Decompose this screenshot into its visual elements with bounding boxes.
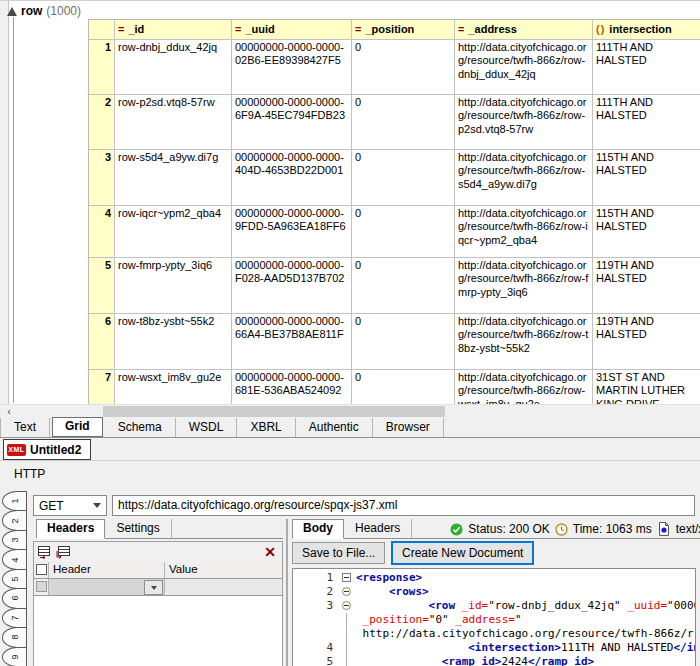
append-row-icon[interactable] bbox=[37, 545, 53, 559]
request-tab-1[interactable]: 1 bbox=[2, 491, 27, 511]
horizontal-scrollbar[interactable]: ‹ bbox=[0, 404, 700, 418]
horizontal-scrollbar-thumb[interactable] bbox=[103, 406, 445, 417]
view-tab-schema[interactable]: Schema bbox=[105, 418, 176, 437]
row-select-cell[interactable] bbox=[34, 579, 49, 596]
tree-hierarchy-line bbox=[13, 17, 14, 403]
header-column-title[interactable]: Header bbox=[49, 562, 165, 579]
request-tab-headers[interactable]: Headers bbox=[36, 519, 105, 539]
cell-intersection[interactable]: 115TH AND HALSTED bbox=[593, 150, 700, 206]
request-tab-9[interactable]: 9 bbox=[2, 647, 27, 666]
cell-uuid[interactable]: 00000000-0000-0000-66A4-BE37B8AE811F bbox=[232, 314, 352, 370]
cell-intersection[interactable]: 119TH AND HALSTED bbox=[593, 258, 700, 314]
cell-id[interactable]: row-p2sd.vtq8-57rw bbox=[115, 95, 232, 150]
cell-id[interactable]: row-dnbj_ddux_42jq bbox=[115, 40, 232, 95]
cell-id[interactable]: row-s5d4_a9yw.di7g bbox=[115, 150, 232, 206]
cell-address[interactable]: http://data.cityofchicago.org/resource/t… bbox=[455, 40, 593, 95]
cell-uuid[interactable]: 00000000-0000-0000-9FDD-5A963EA18FF6 bbox=[232, 206, 352, 258]
cell-address[interactable]: http://data.cityofchicago.org/resource/t… bbox=[455, 314, 593, 370]
view-tab-authentic[interactable]: Authentic bbox=[296, 418, 373, 437]
http-method-select[interactable]: GET bbox=[33, 495, 107, 516]
cell-uuid[interactable]: 00000000-0000-0000-681E-536ABA524092 bbox=[232, 370, 352, 405]
cell-position[interactable]: 0 bbox=[352, 370, 455, 405]
cell-intersection[interactable]: 119TH AND HALSTED bbox=[593, 314, 700, 370]
column-header-id[interactable]: =_id bbox=[115, 19, 232, 40]
cell-position[interactable]: 0 bbox=[352, 314, 455, 370]
document-tab[interactable]: XML Untitled2 bbox=[3, 439, 91, 460]
response-body-source[interactable]: 1<response>2<rows>3<row _id="row-dnbj_dd… bbox=[292, 568, 696, 666]
fold-collapse-icon[interactable] bbox=[342, 573, 351, 582]
row-number[interactable]: 1 bbox=[88, 40, 115, 95]
row-number[interactable]: 7 bbox=[88, 370, 115, 405]
request-headers-table: Header Value bbox=[33, 562, 283, 666]
cell-address[interactable]: http://data.cityofchicago.org/resource/t… bbox=[455, 370, 593, 405]
column-header-position[interactable]: =_position bbox=[352, 19, 455, 40]
create-new-document-button[interactable]: Create New Document bbox=[391, 541, 534, 565]
column-header-address[interactable]: =_address bbox=[455, 19, 593, 40]
view-tab-text[interactable]: Text bbox=[0, 418, 50, 437]
request-tab-5[interactable]: 5 bbox=[2, 569, 27, 589]
cell-position[interactable]: 0 bbox=[352, 95, 455, 150]
fold-collapse-icon[interactable] bbox=[342, 587, 351, 596]
cell-id[interactable]: row-fmrp-ypty_3iq6 bbox=[115, 258, 232, 314]
collapse-triangle-icon[interactable] bbox=[7, 7, 17, 16]
headers-table-entry-row bbox=[34, 579, 282, 596]
header-value-cell[interactable] bbox=[165, 579, 282, 596]
request-tab-6[interactable]: 6 bbox=[2, 588, 27, 608]
cell-position[interactable]: 0 bbox=[352, 40, 455, 95]
cell-intersection[interactable]: 115TH AND HALSTED bbox=[593, 206, 700, 258]
cell-position[interactable]: 0 bbox=[352, 258, 455, 314]
cell-id[interactable]: row-wsxt_im8v_gu2e bbox=[115, 370, 232, 405]
select-all-cell[interactable] bbox=[34, 562, 49, 579]
row-number[interactable]: 5 bbox=[88, 258, 115, 314]
header-dropdown-button[interactable] bbox=[144, 580, 163, 595]
table-row: 2row-p2sd.vtq8-57rw00000000-0000-0000-6F… bbox=[88, 95, 700, 150]
fold-connector-line bbox=[346, 655, 347, 666]
line-number: 5 bbox=[293, 655, 340, 666]
request-tab-4[interactable]: 4 bbox=[2, 549, 27, 569]
header-name-cell[interactable] bbox=[49, 579, 165, 596]
request-tab-7[interactable]: 7 bbox=[2, 608, 27, 628]
view-tab-xbrl[interactable]: XBRL bbox=[237, 418, 295, 437]
cell-uuid[interactable]: 00000000-0000-0000-02B6-EE89398427F5 bbox=[232, 40, 352, 95]
delete-row-icon[interactable]: ✕ bbox=[264, 545, 279, 559]
cell-address[interactable]: http://data.cityofchicago.org/resource/t… bbox=[455, 258, 593, 314]
cell-address[interactable]: http://data.cityofchicago.org/resource/t… bbox=[455, 95, 593, 150]
view-tab-browser[interactable]: Browser bbox=[373, 418, 444, 437]
request-tab-2[interactable]: 2 bbox=[2, 510, 27, 530]
root-element-label[interactable]: row(1000) bbox=[21, 4, 81, 18]
cell-uuid[interactable]: 00000000-0000-0000-6F9A-45EC794FDB23 bbox=[232, 95, 352, 150]
insert-row-icon[interactable] bbox=[56, 545, 72, 559]
view-tab-wsdl[interactable]: WSDL bbox=[176, 418, 238, 437]
value-column-title[interactable]: Value bbox=[165, 562, 282, 579]
cell-intersection[interactable]: 111TH AND HALSTED bbox=[593, 95, 700, 150]
pane-splitter[interactable] bbox=[286, 519, 288, 666]
column-header-intersection[interactable]: ()intersection bbox=[593, 19, 700, 40]
cell-id[interactable]: row-iqcr~ypm2_qba4 bbox=[115, 206, 232, 258]
response-tab-body[interactable]: Body bbox=[292, 519, 344, 539]
request-url-input[interactable]: https://data.cityofchicago.org/resource/… bbox=[112, 495, 695, 516]
xml-file-icon: XML bbox=[7, 444, 26, 456]
save-to-file-button[interactable]: Save to File... bbox=[292, 542, 385, 564]
cell-uuid[interactable]: 00000000-0000-0000-404D-4653BD22D001 bbox=[232, 150, 352, 206]
cell-intersection[interactable]: 31ST ST AND MARTIN LUTHER KING DRIVE bbox=[593, 370, 700, 405]
view-tab-grid[interactable]: Grid bbox=[52, 417, 103, 437]
request-tab-8[interactable]: 8 bbox=[2, 627, 27, 647]
request-tab-settings[interactable]: Settings bbox=[105, 519, 171, 538]
row-number[interactable]: 4 bbox=[88, 206, 115, 258]
row-number[interactable]: 2 bbox=[88, 95, 115, 150]
cell-uuid[interactable]: 00000000-0000-0000-F028-AAD5D137B702 bbox=[232, 258, 352, 314]
cell-position[interactable]: 0 bbox=[352, 206, 455, 258]
cell-intersection[interactable]: 111TH AND HALSTED bbox=[593, 40, 700, 95]
code-tag: </intersection> bbox=[674, 641, 697, 654]
request-tab-3[interactable]: 3 bbox=[2, 530, 27, 550]
cell-id[interactable]: row-t8bz-ysbt~55k2 bbox=[115, 314, 232, 370]
fold-collapse-icon[interactable] bbox=[342, 601, 351, 610]
checkbox-icon[interactable] bbox=[36, 564, 47, 575]
column-header-uuid[interactable]: =_uuid bbox=[232, 19, 352, 40]
cell-address[interactable]: http://data.cityofchicago.org/resource/t… bbox=[455, 206, 593, 258]
row-number[interactable]: 3 bbox=[88, 150, 115, 206]
row-number[interactable]: 6 bbox=[88, 314, 115, 370]
response-tab-headers[interactable]: Headers bbox=[344, 519, 412, 538]
cell-position[interactable]: 0 bbox=[352, 150, 455, 206]
cell-address[interactable]: http://data.cityofchicago.org/resource/t… bbox=[455, 150, 593, 206]
